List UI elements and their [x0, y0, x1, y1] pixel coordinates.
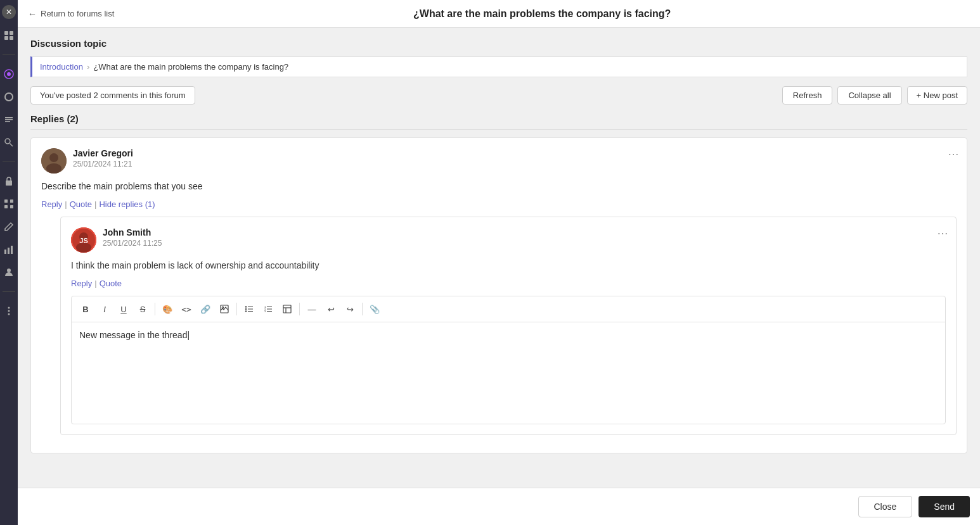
toolbar-italic[interactable]: I [96, 300, 113, 318]
editor-body[interactable]: New message in the thread [72, 322, 945, 424]
editor-toolbar: B I U S 🎨 <> 🔗 [72, 296, 945, 322]
svg-rect-8 [6, 180, 12, 186]
svg-point-29 [222, 307, 223, 308]
toolbar-unordered-list[interactable] [240, 300, 258, 318]
svg-rect-31 [248, 307, 253, 307]
send-button[interactable]: Send [919, 496, 970, 517]
sidebar-icon-person[interactable] [3, 266, 15, 279]
nested-comment-john: … JS [60, 217, 957, 435]
comment-date-john: 25/01/2024 11:25 [103, 239, 946, 248]
sidebar-icon-edit[interactable] [3, 220, 15, 233]
svg-rect-2 [4, 36, 8, 40]
sidebar-icon-lock[interactable] [3, 175, 15, 187]
sidebar-icon-active[interactable] [3, 68, 15, 80]
sidebar-icon-4[interactable] [3, 113, 15, 126]
svg-point-6 [5, 139, 10, 144]
reply-editor: B I U S 🎨 <> 🔗 [71, 296, 946, 424]
toolbar-divider-3 [299, 303, 300, 315]
toolbar-divider-2 [236, 303, 237, 315]
sidebar-icon-dots[interactable] [3, 305, 15, 317]
svg-text:3.: 3. [264, 310, 266, 313]
svg-rect-41 [267, 311, 272, 312]
svg-rect-15 [11, 246, 13, 254]
svg-rect-1 [10, 31, 13, 35]
content-area: Discussion topic Introduction › ¿What ar… [18, 28, 980, 488]
sidebar-icon-chart[interactable] [3, 243, 15, 256]
svg-rect-12 [10, 205, 13, 208]
comment-actions-john: Reply | Quote [71, 279, 946, 288]
comment-header-john: JS John Smith 25/01/2024 11:25 [71, 227, 946, 253]
comment-meta-javier: Javier Gregori 25/01/2024 11:21 [73, 148, 957, 168]
svg-point-22 [46, 163, 61, 174]
main-content: ← Return to forums list ¿What are the ma… [18, 0, 980, 525]
refresh-button[interactable]: Refresh [782, 86, 833, 104]
toolbar-ordered-list[interactable]: 1.2.3. [259, 300, 277, 318]
svg-point-5 [7, 72, 11, 76]
comment-body-javier: Describe the main problems that you see [41, 180, 957, 193]
collapse-all-button[interactable]: Collapse all [837, 86, 901, 104]
quote-link-javier[interactable]: Quote [70, 199, 92, 209]
svg-line-7 [10, 144, 13, 147]
svg-point-19 [8, 313, 10, 315]
comment-meta-john: John Smith 25/01/2024 11:25 [103, 227, 946, 248]
svg-point-21 [49, 153, 58, 162]
toolbar-redo[interactable]: ↪ [341, 300, 359, 318]
back-link[interactable]: ← Return to forums list [28, 9, 114, 19]
breadcrumb-current: ¿What are the main problems the company … [93, 62, 288, 72]
toolbar-code[interactable]: <> [177, 300, 195, 318]
toolbar-hr[interactable]: — [303, 300, 321, 318]
toolbar-attachment[interactable]: 📎 [366, 300, 384, 318]
back-label: Return to forums list [41, 9, 114, 18]
comment-actions-javier: Reply | Quote | Hide replies (1) [41, 199, 957, 209]
toolbar-link[interactable]: 🔗 [197, 300, 214, 318]
toolbar-bold[interactable]: B [77, 300, 94, 318]
back-arrow-icon: ← [28, 9, 37, 19]
comment-author-john: John Smith [103, 227, 946, 237]
sidebar-icon-3[interactable] [3, 91, 15, 103]
close-button[interactable]: Close [858, 496, 913, 517]
toolbar-image[interactable] [216, 300, 233, 318]
replies-header: Replies (2) [30, 113, 967, 130]
quote-link-john[interactable]: Quote [100, 279, 122, 288]
svg-rect-14 [8, 248, 10, 254]
new-post-button[interactable]: + New post [907, 86, 967, 104]
svg-rect-13 [4, 250, 6, 254]
svg-rect-33 [248, 309, 253, 310]
svg-rect-0 [4, 31, 8, 35]
comment-more-button-john[interactable]: … [937, 225, 948, 236]
sidebar-icon-5[interactable] [3, 136, 15, 149]
comment-more-button-javier[interactable]: … [948, 146, 959, 157]
sidebar-close-button[interactable]: ✕ [2, 5, 16, 19]
comment-card-john: … JS [60, 217, 957, 435]
toolbar-undo[interactable]: ↩ [322, 300, 340, 318]
posted-badge: You've posted 2 comments in this forum [30, 86, 195, 104]
comment-header-javier: Javier Gregori 25/01/2024 11:21 [41, 148, 957, 174]
sidebar: ✕ [0, 0, 18, 525]
comment-date-javier: 25/01/2024 11:21 [73, 160, 957, 168]
svg-rect-11 [4, 205, 8, 208]
page-title: ¿What are the main problems the company … [114, 8, 970, 20]
topbar: ← Return to forums list ¿What are the ma… [18, 0, 980, 28]
breadcrumb-separator: › [87, 62, 89, 72]
toolbar-divider-1 [155, 303, 155, 315]
hide-replies-link-javier[interactable]: Hide replies (1) [99, 199, 155, 209]
svg-point-32 [245, 308, 247, 310]
reply-link-john[interactable]: Reply [71, 279, 92, 288]
toolbar-strikethrough[interactable]: S [134, 300, 152, 318]
action-buttons: Refresh Collapse all + New post [782, 86, 967, 104]
toolbar-color[interactable]: 🎨 [158, 300, 176, 318]
svg-point-16 [7, 269, 11, 272]
discussion-topic-header: Discussion topic [30, 38, 967, 49]
toolbar-table[interactable] [278, 300, 296, 318]
toolbar-underline[interactable]: U [115, 300, 132, 318]
reply-link-javier[interactable]: Reply [41, 199, 62, 209]
comment-card-javier: … Javier Gregori 25/01/2024 11:21 D [30, 137, 967, 453]
svg-rect-35 [248, 311, 253, 312]
sidebar-icon-grid[interactable] [3, 198, 15, 210]
svg-rect-10 [10, 199, 13, 203]
bottom-actions: Close Send [18, 488, 980, 525]
sidebar-icon-1[interactable] [3, 29, 15, 42]
breadcrumb-parent-link[interactable]: Introduction [40, 62, 83, 72]
close-icon: ✕ [6, 8, 12, 16]
comment-author-javier: Javier Gregori [73, 148, 957, 158]
